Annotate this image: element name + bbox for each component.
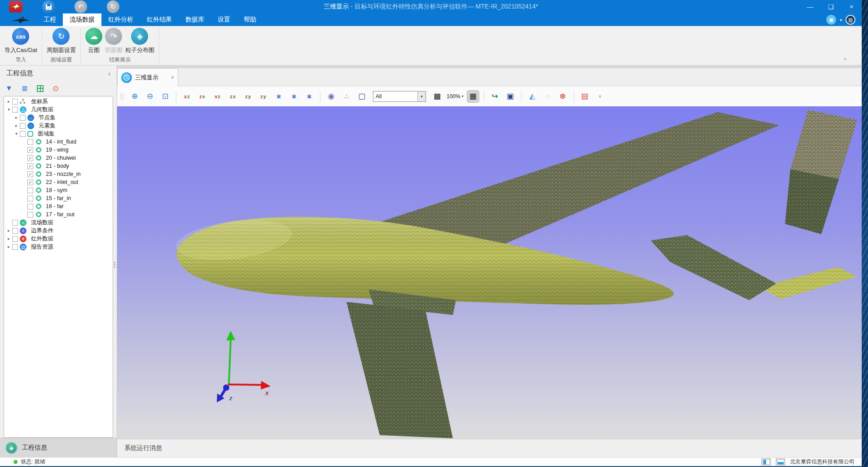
view-bottom-icon[interactable]: zy (258, 91, 269, 102)
iso-view-3-icon[interactable]: ∗ (303, 91, 315, 102)
menu-item-设置[interactable]: 设置 (211, 13, 237, 26)
restore-button[interactable]: ❑ (820, 0, 841, 13)
iso-view-2-icon[interactable]: ∗ (288, 91, 300, 102)
checkbox-14 - int_fluid[interactable] (27, 139, 33, 145)
menu-item-流场数据[interactable]: 流场数据 (63, 13, 101, 26)
panel-splitter[interactable] (114, 261, 116, 269)
nodes-icon[interactable]: ∴ (341, 91, 352, 102)
tree-item-22 - inlet_out[interactable]: ✓22 - inlet_out (4, 178, 113, 186)
tree-item-几何数据[interactable]: ▾△几何数据 (4, 105, 113, 113)
checkbox-面域集[interactable] (20, 131, 26, 137)
menu-item-红外分析[interactable]: 红外分析 (101, 13, 140, 26)
checkbox-坐标系[interactable] (12, 99, 18, 105)
share-arrow-icon[interactable]: ↪ (489, 91, 501, 102)
checkbox-流场数据[interactable] (12, 220, 18, 226)
checkbox-红外数据[interactable] (12, 236, 18, 242)
ribbon-button-切面图[interactable]: ↷切面图 (105, 28, 123, 54)
chevron-down-icon[interactable]: ▾ (840, 17, 842, 22)
expander-closed-icon[interactable]: ▸ (6, 236, 12, 241)
checkbox-20 - chuiwei[interactable]: ✓ (27, 155, 33, 161)
tree-item-边界条件[interactable]: ▸+边界条件 (4, 227, 113, 235)
zoom-out-icon[interactable]: ⊖ (144, 91, 156, 102)
ribbon-button-云图[interactable]: ☁云图 (85, 28, 102, 54)
zoom-level-dropdown[interactable]: 100%▾ (447, 93, 464, 100)
iso-view-1-icon[interactable]: ∗ (273, 91, 285, 102)
checkbox-节点集[interactable] (20, 115, 26, 121)
screenshot-icon[interactable]: ▣ (504, 91, 516, 102)
help-book-icon[interactable]: ▥ (846, 15, 855, 25)
expander-open-icon[interactable]: ▾ (6, 107, 12, 112)
list-view-icon[interactable]: ≣ (22, 84, 28, 93)
tree-item-21 - body[interactable]: ✓21 - body (4, 162, 113, 170)
checkbox-元素集[interactable] (20, 123, 26, 129)
display-filter-combobox[interactable]: All▾ (373, 91, 426, 102)
tree-item-17 - far_out[interactable]: 17 - far_out (4, 210, 113, 218)
minimize-button[interactable]: — (800, 0, 820, 13)
menu-item-红外结果[interactable]: 红外结果 (140, 13, 179, 26)
checkbox-18 - sym[interactable] (27, 188, 33, 193)
expander-closed-icon[interactable]: ▸ (6, 99, 12, 104)
checkbox-15 - far_in[interactable] (27, 196, 33, 201)
close-button[interactable]: × (841, 0, 862, 13)
view-back-icon[interactable]: zx (197, 91, 208, 102)
filter-icon[interactable]: ▼ (5, 84, 13, 92)
ribbon-button-导入Cas/Dat[interactable]: cas导入Cas/Dat (4, 28, 37, 54)
tree-item-节点集[interactable]: ▸↔节点集 (4, 113, 113, 122)
checkbox-17 - far_out[interactable] (27, 212, 33, 218)
tree-item-15 - far_in[interactable]: 15 - far_in (4, 194, 113, 202)
tree-item-坐标系[interactable]: ▸yzx坐标系 (4, 97, 113, 105)
workspace-icon[interactable]: ▣ (826, 15, 836, 25)
view-left-icon[interactable]: xz (212, 91, 224, 102)
zoom-fit-icon[interactable]: ⊡ (159, 91, 171, 102)
checkbox-23 - nozzle_in[interactable]: ✓ (27, 171, 33, 177)
ribbon-button-粒子分布图[interactable]: ◈粒子分布图 (125, 28, 154, 54)
panel-layout-left-icon[interactable] (761, 458, 771, 466)
tree-item-19 - wing[interactable]: ✓19 - wing (4, 146, 113, 154)
tree-item-红外数据[interactable]: ▸☀红外数据 (4, 235, 113, 243)
expander-closed-icon[interactable]: ▸ (6, 244, 12, 249)
viewport-3d[interactable]: x z (117, 106, 862, 439)
view-front-icon[interactable]: xz (181, 91, 193, 102)
export-box-icon[interactable]: ▤ (579, 91, 591, 102)
tree-item-报告资源[interactable]: ▸▤报告资源 (4, 243, 113, 251)
tree-item-16 - far[interactable]: 16 - far (4, 202, 113, 210)
expander-closed-icon[interactable]: ▸ (13, 115, 19, 120)
menu-item-工程[interactable]: 工程 (37, 13, 63, 26)
expander-closed-icon[interactable]: ▸ (6, 228, 12, 233)
grid-view-icon[interactable] (37, 85, 44, 92)
tree-item-元素集[interactable]: ▸◌元素集 (4, 122, 113, 130)
mirror-icon[interactable]: ◭ (526, 91, 538, 102)
menu-item-帮助[interactable]: 帮助 (237, 13, 263, 26)
light-icon[interactable]: ◉ (325, 91, 337, 102)
panel-collapse-icon[interactable]: ‹ (108, 70, 110, 77)
zoom-in-icon[interactable]: ⊕ (129, 91, 140, 102)
tree-item-14 - int_fluid[interactable]: 14 - int_fluid (4, 138, 113, 146)
tree-item-23 - nozzle_in[interactable]: ✓23 - nozzle_in (4, 170, 113, 178)
tab-close-icon[interactable]: × (171, 74, 174, 81)
cancel-icon[interactable]: ⊗ (557, 91, 569, 102)
checkbox-19 - wing[interactable]: ✓ (27, 147, 33, 153)
tree-item-流场数据[interactable]: ≺流场数据 (4, 218, 113, 227)
view-right-icon[interactable]: zx (227, 91, 239, 102)
toolbar-caret-icon[interactable]: ∨ (594, 91, 606, 102)
checkbox-报告资源[interactable] (12, 244, 18, 250)
checkbox-16 - far[interactable] (27, 204, 33, 209)
toolbar-grip[interactable] (121, 93, 123, 100)
checkbox-21 - body[interactable]: ✓ (27, 163, 33, 169)
ribbon-button-周期面设置[interactable]: ↻周期面设置 (47, 28, 76, 54)
view-top-icon[interactable]: zy (242, 91, 254, 102)
panel-footer-bar[interactable]: ◈ 工程信息 (0, 438, 117, 457)
menu-item-数据库[interactable]: 数据库 (179, 13, 211, 26)
select-box-icon[interactable]: ▢ (356, 91, 368, 102)
checkbox-边界条件[interactable] (12, 228, 18, 234)
lasso-icon[interactable]: ◌ (542, 91, 553, 102)
expander-open-icon[interactable]: ▾ (13, 131, 19, 136)
ribbon-collapse-icon[interactable]: ^ (844, 57, 846, 63)
checkbox-22 - inlet_out[interactable]: ✓ (27, 179, 33, 185)
expander-closed-icon[interactable]: ▸ (13, 123, 19, 128)
tree-item-面域集[interactable]: ▾面域集 (4, 130, 113, 138)
grid-icon[interactable]: ▦ (467, 91, 479, 102)
locate-target-icon[interactable]: ⊙ (53, 84, 59, 93)
opacity-icon[interactable]: ▩ (431, 91, 443, 102)
combo-dropdown-icon[interactable]: ▾ (417, 92, 425, 101)
